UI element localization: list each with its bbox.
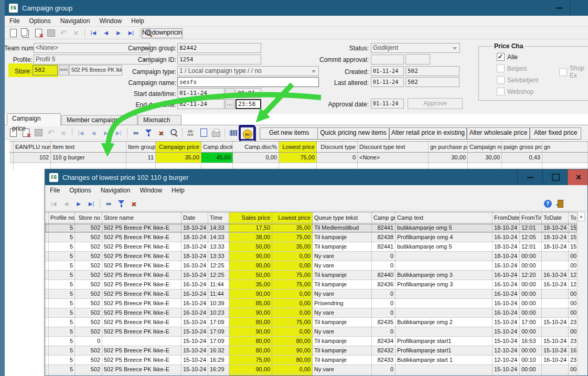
- column-header[interactable]: Camp.disc%: [233, 142, 279, 152]
- column-header[interactable]: Sales price: [229, 212, 272, 223]
- column-header[interactable]: gn: [542, 142, 588, 152]
- barcode-icon[interactable]: [228, 127, 239, 138]
- delete-x-icon[interactable]: [58, 127, 69, 138]
- store-input[interactable]: 502: [33, 65, 58, 76]
- nav-first-icon[interactable]: [88, 28, 99, 38]
- column-header[interactable]: Profile no: [49, 212, 75, 223]
- zoom-icon[interactable]: [168, 127, 179, 138]
- zoom-icon[interactable]: [143, 28, 154, 38]
- delete-x-icon[interactable]: [71, 28, 81, 38]
- approve-button[interactable]: Approve: [408, 98, 463, 109]
- checkbox-webshop[interactable]: Webshop: [497, 88, 533, 95]
- menu-item-options[interactable]: Options: [24, 16, 55, 27]
- menu-item-help[interactable]: Help: [167, 185, 189, 196]
- column-header[interactable]: Item group: [126, 142, 156, 152]
- campaign-id-field[interactable]: 1254: [177, 55, 261, 65]
- clear-filter-icon[interactable]: [156, 127, 166, 138]
- menu-item-options[interactable]: Options: [65, 185, 95, 196]
- column-header[interactable]: paign gross profit: [502, 142, 542, 152]
- column-header[interactable]: Lowest price: [272, 212, 313, 223]
- store-lookup-button[interactable]: ∞: [59, 65, 69, 76]
- column-header[interactable]: Discount type: [317, 142, 358, 152]
- end-date-field[interactable]: 02-11-24: [177, 99, 224, 109]
- checkbox-shop-ex[interactable]: Shop Ex: [559, 65, 588, 79]
- column-header[interactable]: Date: [181, 212, 208, 223]
- status-select[interactable]: Godkjent: [371, 43, 460, 53]
- column-header[interactable]: [45, 212, 49, 223]
- checkbox-alle[interactable]: Alle: [497, 53, 518, 61]
- column-header[interactable]: Lowest price: [279, 142, 317, 152]
- end-time-input[interactable]: 23:58: [236, 99, 261, 109]
- table-row[interactable]: 5502502 P5 Breece PK Ikke-E16-10-2410:39…: [45, 299, 577, 308]
- vertical-scrollbar[interactable]: ▲: [577, 212, 585, 376]
- column-header[interactable]: Camp.disckr: [201, 142, 233, 152]
- toolbar-button-alter-fixed-price[interactable]: Alter fixed price: [530, 127, 581, 139]
- nav-last-icon[interactable]: [113, 127, 124, 138]
- toolbar-button-alter-retail-price-in-existing[interactable]: Alter retail price in existing: [389, 127, 467, 139]
- child-close-button[interactable]: ×: [568, 169, 588, 185]
- copy-icon[interactable]: [20, 28, 31, 38]
- table-row[interactable]: 5502502 P5 Breece PK Ikke-E15-10-2416:32…: [45, 346, 577, 356]
- commit-approval-field-2[interactable]: [405, 54, 430, 65]
- child-maximize-button[interactable]: [542, 169, 568, 185]
- nav-first-icon[interactable]: [76, 127, 86, 138]
- column-header[interactable]: FromTim: [520, 212, 542, 223]
- table-row[interactable]: 5502502 P5 Breece PK Ikke-E18-10-2413:33…: [45, 252, 577, 261]
- column-header[interactable]: Store no: [75, 212, 102, 223]
- nav-prev-icon[interactable]: [61, 198, 71, 209]
- table-row[interactable]: 5015-10-2417:0980,0080,00Til kampanje824…: [45, 337, 577, 346]
- checkbox-selvbetjent[interactable]: Selvbetjent: [497, 76, 538, 84]
- menu-item-file[interactable]: File: [45, 185, 65, 196]
- column-header[interactable]: EAN/PLU num.: [14, 142, 51, 152]
- print-icon[interactable]: [211, 127, 221, 138]
- end-date-picker-button[interactable]: …: [225, 99, 234, 109]
- import-doc-icon[interactable]: [198, 127, 209, 138]
- column-header[interactable]: [9, 142, 14, 152]
- column-header[interactable]: Item text: [51, 142, 126, 152]
- delete-item-icon[interactable]: [33, 28, 44, 38]
- column-header[interactable]: gn purchase price: [429, 142, 468, 152]
- table-row[interactable]: 5502502 P5 Breece PK Ikke-E16-10-2412:25…: [45, 271, 577, 280]
- column-header[interactable]: Camp text: [395, 212, 493, 223]
- column-header[interactable]: Store name: [102, 212, 181, 223]
- scroll-up-button[interactable]: ▲: [578, 212, 585, 221]
- table-row[interactable]: 5502502 P5 Breece PK Ikke-E15-10-2417:09…: [45, 318, 577, 327]
- table-row[interactable]: 5502502 P5 Breece PK Ikke-E16-10-2411:44…: [45, 289, 577, 299]
- nav-next-icon[interactable]: [113, 28, 124, 38]
- toolbar-button-alter-wholesale-price[interactable]: Alter wholesale price: [467, 127, 530, 139]
- campaign-group-field[interactable]: 82442: [177, 43, 261, 53]
- exit-door-icon[interactable]: [555, 198, 565, 209]
- undo-icon[interactable]: [46, 127, 56, 138]
- start-date-field[interactable]: 01-11-24: [177, 88, 224, 98]
- filter-icon[interactable]: [143, 127, 154, 138]
- nav-first-icon[interactable]: [48, 198, 59, 209]
- nav-prev-icon[interactable]: [88, 127, 99, 138]
- filter-icon[interactable]: [116, 198, 126, 209]
- table-row[interactable]: 5502502 P5 Breece PK Ikke-E18-10-2414:33…: [45, 223, 577, 233]
- tab-mixmatch[interactable]: Mixmatch: [138, 115, 181, 125]
- help-icon[interactable]: [542, 198, 553, 209]
- menu-item-navigation[interactable]: Navigation: [56, 16, 95, 27]
- campaign-type-select[interactable]: 1 / Local campaign type / / no: [177, 66, 319, 76]
- find-binoculars-icon[interactable]: [131, 127, 141, 138]
- table-row[interactable]: 5502502 P5 Breece PK Ikke-E16-10-2411:44…: [45, 280, 577, 289]
- save-icon[interactable]: [46, 28, 56, 38]
- new-document-icon[interactable]: [8, 28, 18, 38]
- toolbar-button-quick-pricing-new-items[interactable]: Quick pricing new items: [317, 127, 389, 139]
- menu-item-help[interactable]: Help: [126, 16, 149, 27]
- column-header[interactable]: FromDate: [493, 212, 520, 223]
- start-date-picker-button[interactable]: …: [225, 88, 234, 98]
- checkbox-betjent[interactable]: Betjent: [497, 65, 527, 72]
- column-header[interactable]: Time: [208, 212, 229, 223]
- menu-item-navigation[interactable]: Navigation: [96, 185, 135, 196]
- table-row[interactable]: 102110 g burger1135,0045,000,0075,000<No…: [9, 153, 588, 163]
- minimize-button[interactable]: [556, 7, 563, 9]
- table-row[interactable]: 5502502 P5 Breece PK Ikke-E18-10-2414:33…: [45, 233, 577, 242]
- price-label-icon[interactable]: [186, 127, 196, 138]
- menu-item-window[interactable]: Window: [94, 16, 126, 27]
- tab-member-campaign[interactable]: Member campaign: [61, 115, 137, 125]
- commit-approval-field-1[interactable]: [371, 55, 404, 65]
- clear-filter-icon[interactable]: [129, 198, 139, 209]
- table-row[interactable]: 5502502 P5 Breece PK Ikke-E18-10-2413:33…: [45, 242, 577, 252]
- table-row[interactable]: 5502502 P5 Breece PK Ikke-E15-10-2416:29…: [45, 356, 577, 365]
